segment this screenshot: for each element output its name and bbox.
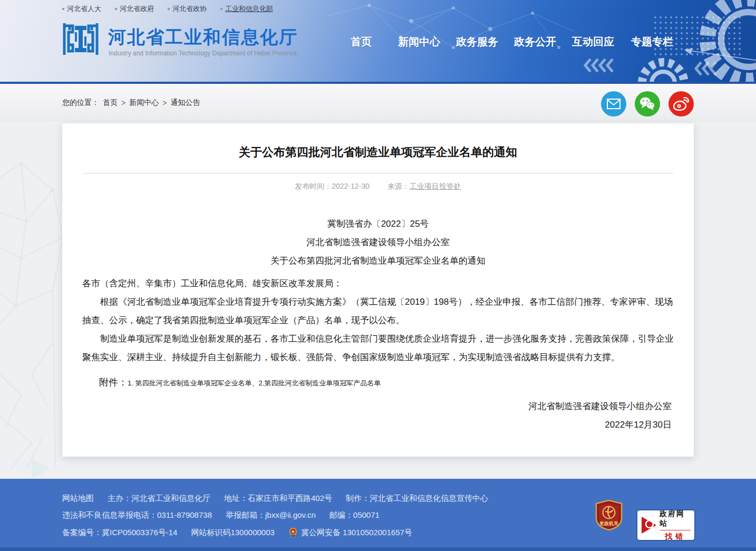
doc-paragraph-2: 制造业单项冠军是制造业创新发展的基石，各市工业和信息化主管部门要围绕优质企业培育… <box>82 330 674 366</box>
doc-salutation: 各市（含定州、辛集市）工业和信息化局、雄安新区改革发展局： <box>82 274 674 293</box>
footer-address: 地址：石家庄市和平西路402号 <box>224 494 332 504</box>
footer-bottom-strip <box>0 547 756 551</box>
doc-number: 冀制强省办〔2022〕25号 <box>82 215 674 233</box>
share-buttons <box>601 91 694 117</box>
wechat-share-button[interactable] <box>635 91 660 117</box>
attachment-label: 附件： <box>99 377 128 388</box>
footer-producer: 制作：河北省工业和信息化信息宣传中心 <box>346 494 488 504</box>
chevrons-icon <box>585 59 716 75</box>
breadcrumb: 您的位置： 首页 > 新闻中心 > 通知公告 <box>62 98 200 108</box>
sitemap-link[interactable]: 网站地图 <box>62 494 94 504</box>
doc-title: 关于公布第四批河北省制造业单项冠军企业名单的通知 <box>82 252 674 270</box>
footer-row-3: 备案编号：冀ICP05003376号-14 网站标识码1300000003 冀公… <box>62 527 488 538</box>
weibo-icon <box>673 97 689 111</box>
footer-postcode: 邮编：050071 <box>329 510 380 520</box>
bullet-icon <box>62 8 64 10</box>
signature-block: 河北省制造强省建设领导小组办公室 2022年12月30日 <box>82 397 674 434</box>
title-divider <box>82 173 674 173</box>
find-error-text: 政府网站 找错 <box>660 509 691 542</box>
source: 来源：工业项目投资处 <box>387 182 461 191</box>
mail-share-button[interactable] <box>601 91 626 117</box>
find-error-icon <box>641 515 660 536</box>
source-link[interactable]: 工业项目投资处 <box>410 182 461 190</box>
nav-interaction[interactable]: 互动回应 <box>572 35 614 49</box>
publish-time: 发布时间：2022-12-30 <box>295 182 370 191</box>
doc-issuing-org: 河北省制造强省建设领导小组办公室 <box>82 233 674 252</box>
nav-home[interactable]: 首页 <box>351 35 372 49</box>
site-header: 河北省人大 河北省政府 河北省政协 工业和信息化部 河北省 <box>0 0 756 82</box>
party-gov-badge[interactable]: 党政机关 <box>595 500 623 530</box>
find-error-action: 找错 <box>665 532 686 542</box>
document-body: 各市（含定州、辛集市）工业和信息化局、雄安新区改革发展局： 根据《河北省制造业单… <box>82 274 674 366</box>
footer-info: 网站地图 主办：河北省工业和信息化厅 地址：石家庄市和平西路402号 制作：河北… <box>62 494 488 545</box>
footer-organizer: 主办：河北省工业和信息化厅 <box>108 494 210 504</box>
find-error-title: 政府网站 <box>660 509 691 528</box>
page: 河北省人大 河北省政府 河北省政协 工业和信息化部 河北省 <box>0 0 756 551</box>
nav-disclosure[interactable]: 政务公开 <box>514 35 556 49</box>
footer-icp-number[interactable]: 备案编号：冀ICP05003376号-14 <box>62 528 177 538</box>
footer-row-1: 网站地图 主办：河北省工业和信息化厅 地址：石家庄市和平西路402号 制作：河北… <box>62 494 488 504</box>
top-link-zhengfu[interactable]: 河北省政府 <box>115 4 154 14</box>
article-card: 关于公布第四批河北省制造业单项冠军企业名单的通知 发布时间：2022-12-30… <box>62 123 694 457</box>
doc-paragraph-1: 根据《河北省制造业单项冠军企业培育提升专项行动实施方案》（冀工信规〔2019〕1… <box>82 293 674 330</box>
breadcrumb-band: 您的位置： 首页 > 新闻中心 > 通知公告 <box>0 84 756 121</box>
footer-report-phone: 违法和不良信息举报电话：0311-87908738 <box>62 510 212 520</box>
site-title[interactable]: 河北省工业和信息化厅 <box>108 25 298 50</box>
weibo-share-button[interactable] <box>668 91 694 117</box>
breadcrumb-separator: > <box>121 99 125 107</box>
article-meta: 发布时间：2022-12-30 来源：工业项目投资处 <box>82 182 674 191</box>
find-error-divider <box>660 530 691 530</box>
bullet-icon <box>115 8 117 10</box>
nav-news[interactable]: 新闻中心 <box>398 35 440 49</box>
signature-org: 河北省制造强省建设领导小组办公室 <box>82 397 672 415</box>
breadcrumb-news[interactable]: 新闻中心 <box>129 98 159 108</box>
footer-police-record[interactable]: 冀公网安备 13010502001657号 <box>288 527 412 538</box>
attachment-list[interactable]: 1. 第四批河北省制造业单项冠军企业名单、2.第四批河北省制造业单项冠军产品名单 <box>128 379 381 387</box>
site-subtitle: Industry and Information Technology Depa… <box>109 50 297 57</box>
svg-text:党政机关: 党政机关 <box>599 521 619 526</box>
breadcrumb-prefix: 您的位置： <box>62 98 99 108</box>
breadcrumb-separator: > <box>162 99 167 107</box>
breadcrumb-home[interactable]: 首页 <box>103 98 118 108</box>
footer-site-id: 网站标识码1300000003 <box>191 528 274 538</box>
footer-report-email: 举报邮箱：jbxx@ii.gov.cn <box>226 510 316 520</box>
top-link-renda[interactable]: 河北省人大 <box>62 4 101 14</box>
signature-date: 2022年12月30日 <box>82 415 672 434</box>
bullet-icon <box>168 8 170 10</box>
site-footer: 网站地图 主办：河北省工业和信息化厅 地址：石家庄市和平西路402号 制作：河北… <box>0 479 756 547</box>
nav-services[interactable]: 政务服务 <box>456 35 498 49</box>
article-title: 关于公布第四批河北省制造业单项冠军企业名单的通知 <box>82 144 674 160</box>
site-error-badge[interactable]: 政府网站 找错 <box>636 509 695 541</box>
breadcrumb-notices[interactable]: 通知公告 <box>170 98 200 108</box>
top-link-zhengxie[interactable]: 河北省政协 <box>168 4 207 14</box>
footer-row-2: 违法和不良信息举报电话：0311-87908738 举报邮箱：jbxx@ii.g… <box>62 510 488 520</box>
gear-small-icon <box>642 62 684 82</box>
wechat-icon <box>639 97 655 111</box>
attachment-line: 附件：1. 第四批河北省制造业单项冠军企业名单、2.第四批河北省制造业单项冠军产… <box>82 376 674 389</box>
site-logo-icon[interactable] <box>62 22 99 56</box>
bullet-icon <box>220 8 222 10</box>
top-link-miit[interactable]: 工业和信息化部 <box>220 4 273 14</box>
mail-icon <box>607 99 621 109</box>
nav-topics[interactable]: 专题专栏 <box>631 35 673 49</box>
police-badge-icon <box>288 527 298 538</box>
document-header: 冀制强省办〔2022〕25号 河北省制造强省建设领导小组办公室 关于公布第四批河… <box>82 215 674 270</box>
top-links-bar: 河北省人大 河北省政府 河北省政协 工业和信息化部 <box>62 4 273 14</box>
